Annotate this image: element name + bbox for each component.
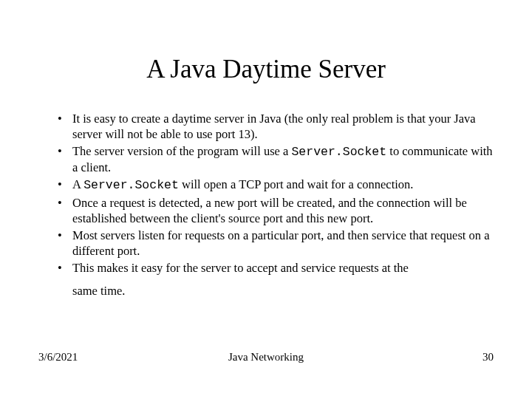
- slide-title: A Java Daytime Server: [38, 55, 494, 84]
- bullet-text: will open a TCP port and wait for a conn…: [179, 177, 414, 191]
- list-item: This makes it easy for the server to acc…: [61, 260, 494, 299]
- bullet-text: Most servers listen for requests on a pa…: [72, 228, 490, 258]
- bullet-text: A: [72, 177, 83, 191]
- bullet-text: same time.: [72, 283, 494, 299]
- bullet-text: The server version of the program will u…: [72, 144, 291, 158]
- list-item: Most servers listen for requests on a pa…: [61, 228, 494, 259]
- code-text: Server.Socket: [291, 145, 386, 159]
- slide: A Java Daytime Server It is easy to crea…: [0, 0, 532, 399]
- footer-date: 3/6/2021: [38, 351, 78, 364]
- code-text: Server.Socket: [83, 178, 179, 192]
- footer-topic: Java Networking: [38, 351, 494, 364]
- bullet-text: It is easy to create a daytime server in…: [72, 112, 476, 141]
- bullet-text: Once a request is detected, a new port w…: [72, 196, 467, 225]
- list-item: The server version of the program will u…: [61, 143, 494, 175]
- slide-footer: 3/6/2021 Java Networking 30: [38, 351, 494, 364]
- list-item: Once a request is detected, a new port w…: [61, 195, 494, 226]
- bullet-list: It is easy to create a daytime server in…: [38, 111, 494, 299]
- bullet-text: This makes it easy for the server to acc…: [72, 261, 409, 275]
- list-item: It is easy to create a daytime server in…: [61, 111, 494, 142]
- footer-page-number: 30: [482, 351, 494, 364]
- list-item: A Server.Socket will open a TCP port and…: [61, 177, 494, 193]
